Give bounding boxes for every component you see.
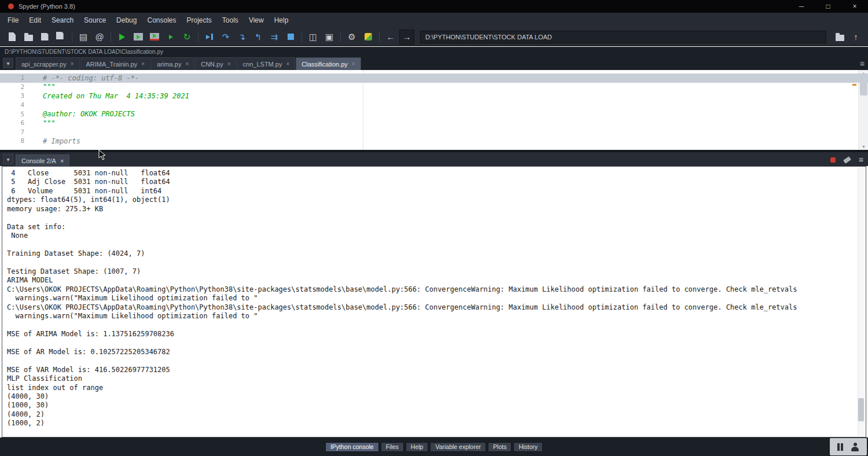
console-options-button[interactable]: ≡	[859, 156, 863, 164]
step-over-button[interactable]: ↷	[218, 30, 233, 45]
forward-button[interactable]: →	[399, 30, 414, 45]
run-file-button[interactable]	[115, 30, 130, 45]
editor-line: 3 Created on Thu Mar 4 14:35:39 2021	[0, 91, 868, 101]
step-over-icon: ↷	[222, 32, 230, 41]
console-tab[interactable]: Console 2/A ×	[16, 155, 69, 166]
close-icon[interactable]: ×	[352, 61, 355, 67]
parent-directory-button[interactable]: ↑	[848, 30, 863, 45]
title-bar: Spyder (Python 3.8) ─ □ ×	[0, 0, 868, 13]
close-icon[interactable]: ×	[141, 61, 145, 67]
close-icon[interactable]: ×	[227, 61, 231, 67]
menu-debug[interactable]: Debug	[111, 14, 142, 27]
maximize-pane-button[interactable]: ◫	[306, 30, 321, 45]
debug-file-button[interactable]	[202, 30, 217, 45]
up-arrow-icon: ↑	[854, 32, 858, 41]
clear-console-icon[interactable]	[843, 156, 851, 164]
console-scrollbar[interactable]	[858, 167, 865, 436]
tab-arima[interactable]: arima.py ×	[151, 57, 194, 70]
code-editor[interactable]: 1 # -*- coding: utf-8 -*- 2 """ 3 Create…	[0, 70, 868, 150]
save-all-button[interactable]	[53, 30, 68, 45]
menu-search[interactable]: Search	[46, 14, 79, 27]
step-into-icon: ↴	[238, 32, 246, 41]
console-line: (4000, 30)	[7, 392, 866, 401]
browse-console-tabs-button[interactable]: ▾	[3, 154, 13, 164]
preferences-button[interactable]: ⚙	[344, 30, 359, 45]
stop-debug-button[interactable]	[283, 30, 298, 45]
console-line: list index out of range	[7, 384, 866, 392]
tab-arima-trainin[interactable]: ARIMA_Trainin.py ×	[80, 57, 151, 70]
tab-api-scrapper[interactable]: api_scrapper.py ×	[16, 57, 80, 70]
pause-icon[interactable]	[837, 443, 843, 451]
menu-view[interactable]: View	[244, 14, 269, 27]
console-line: Data set info:	[7, 223, 866, 231]
menu-tools[interactable]: Tools	[217, 14, 244, 27]
pane-tab-variable-explorer[interactable]: Variable explorer	[430, 442, 486, 452]
pane-tab-plots[interactable]: Plots	[488, 442, 512, 452]
menu-edit[interactable]: Edit	[24, 14, 46, 27]
tab-cnn[interactable]: CNN.py ×	[195, 57, 236, 70]
menu-projects[interactable]: Projects	[182, 14, 217, 27]
python-path-button[interactable]	[361, 30, 376, 45]
stop-debug-icon	[288, 34, 294, 40]
fullscreen-button[interactable]: ▣	[322, 30, 337, 45]
run-cell-advance-button[interactable]	[147, 30, 162, 45]
continue-button[interactable]: ⇉	[267, 30, 282, 45]
python-path-icon	[365, 33, 372, 41]
toolbar-separator	[340, 32, 341, 42]
back-button[interactable]: ←	[383, 30, 398, 45]
toolbar-separator	[72, 32, 72, 42]
pane-tab-help[interactable]: Help	[406, 442, 429, 452]
browse-directory-button[interactable]	[832, 30, 847, 45]
minimize-button[interactable]: ─	[788, 0, 815, 13]
pane-tab-history[interactable]: History	[513, 442, 543, 452]
close-button[interactable]: ×	[841, 0, 868, 13]
console-line: 4 Close 5031 non-null float64	[7, 169, 866, 178]
file-switcher-button[interactable]: ▤	[76, 30, 91, 45]
menu-file[interactable]: File	[2, 14, 24, 27]
step-return-button[interactable]: ↰	[251, 30, 266, 45]
line-number: 5	[0, 111, 32, 118]
close-icon[interactable]: ×	[71, 61, 74, 67]
close-icon[interactable]: ×	[60, 157, 64, 164]
close-icon[interactable]: ×	[286, 61, 289, 67]
menu-consoles[interactable]: Consoles	[142, 14, 181, 27]
menu-bar: File Edit Search Source Debug Consoles P…	[0, 13, 868, 28]
pane-tab-files[interactable]: Files	[381, 442, 404, 452]
console-line: warnings.warn("Maximum Likelihood optimi…	[7, 294, 866, 303]
code-text: # -*- coding: utf-8 -*-	[32, 74, 139, 82]
breadcrumb: D:\PYTHON\STUDENT\STOCK DATA LOAD\Classi…	[5, 49, 163, 55]
console-line: 5 Adj Close 5031 non-null float64	[7, 178, 866, 186]
toolbar-separator	[111, 32, 111, 42]
symbol-finder-button[interactable]: @	[92, 30, 107, 45]
run-cell-button[interactable]	[131, 30, 146, 45]
main-toolbar: ▤ @ ↻ ↷ ↴ ↰ ⇉ ◫ ▣ ⚙ ← → D:\PYTHON\STUDEN…	[0, 28, 868, 46]
maximize-pane-icon: ◫	[309, 32, 317, 41]
code-text: @author: OKOK PROJECTS	[32, 110, 135, 118]
open-file-button[interactable]	[21, 30, 36, 45]
menu-source[interactable]: Source	[79, 14, 111, 27]
wrench-icon: ⚙	[348, 32, 355, 41]
pane-tab-ipython-console[interactable]: IPython console	[325, 442, 379, 452]
save-button[interactable]	[37, 30, 52, 45]
close-icon[interactable]: ×	[185, 61, 189, 67]
restore-button[interactable]: □	[815, 0, 841, 13]
tab-cnn-lstm[interactable]: cnn_LSTM.py ×	[237, 57, 296, 70]
tab-classification[interactable]: Classification.py ×	[296, 57, 361, 70]
spyder-logo-icon	[8, 3, 14, 9]
run-selection-button[interactable]	[163, 30, 178, 45]
ipython-console-output[interactable]: 4 Close 5031 non-null float64 5 Adj Clos…	[2, 166, 866, 437]
tab-label: ARIMA_Trainin.py	[86, 61, 138, 68]
editor-options-button[interactable]: ≡	[860, 59, 865, 68]
line-number: 8	[0, 137, 32, 145]
working-directory-field[interactable]: D:\PYTHON\STUDENT\STOCK DATA LOAD	[420, 31, 826, 43]
new-file-button[interactable]	[5, 30, 20, 45]
browse-tabs-button[interactable]: ▾	[3, 58, 13, 68]
editor-line: 8 # Imports	[0, 137, 868, 146]
menu-help[interactable]: Help	[269, 14, 294, 27]
editor-line: 2 """	[0, 83, 868, 92]
interrupt-kernel-icon[interactable]	[830, 157, 836, 163]
console-scrollbar-thumb[interactable]	[858, 398, 864, 421]
user-icon[interactable]	[851, 443, 859, 451]
rerun-cell-button[interactable]: ↻	[179, 30, 194, 45]
step-into-button[interactable]: ↴	[234, 30, 249, 45]
